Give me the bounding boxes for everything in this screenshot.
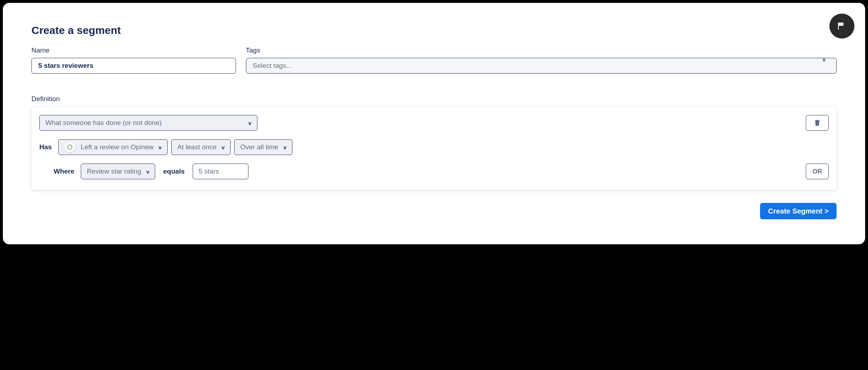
trash-icon	[813, 119, 821, 127]
chevron-down-icon: v	[823, 57, 825, 62]
definition-panel: What someone has done (or not done) v Ha…	[31, 107, 837, 190]
timeframe-value: Over all time	[240, 143, 278, 151]
operator-label: equals	[163, 168, 184, 175]
create-segment-button[interactable]: Create Segment >	[760, 203, 837, 219]
timeframe-select[interactable]: Over all time v	[234, 139, 292, 155]
name-label: Name	[31, 46, 236, 54]
chevron-down-icon: v	[159, 144, 162, 150]
segment-editor-window: Create a segment Name Tags Select tags..…	[3, 3, 865, 244]
condition-type-select[interactable]: What someone has done (or not done) v	[39, 115, 257, 131]
or-button[interactable]: OR	[806, 164, 829, 179]
chevron-down-icon: v	[146, 169, 149, 175]
create-segment-label: Create Segment >	[768, 207, 829, 215]
chevron-down-icon: v	[248, 120, 251, 126]
has-label: Has	[39, 143, 52, 151]
chevron-down-icon: v	[283, 144, 286, 150]
definition-label: Definition	[31, 95, 837, 103]
property-select[interactable]: Review star rating v	[81, 164, 155, 179]
action-value: Left a review on Opinew	[81, 143, 154, 151]
frequency-value: At least once	[177, 143, 217, 151]
tags-label: Tags	[246, 46, 837, 54]
frequency-select[interactable]: At least once v	[171, 139, 231, 155]
help-floating-button[interactable]	[829, 14, 854, 39]
where-label: Where	[54, 168, 74, 175]
tags-select[interactable]: Select tags... v	[246, 58, 837, 74]
segment-name-input[interactable]	[31, 58, 236, 74]
page-title: Create a segment	[31, 24, 837, 36]
opinew-icon	[64, 142, 75, 152]
chevron-down-icon: v	[222, 144, 225, 150]
comparison-value-input[interactable]	[193, 164, 248, 179]
condition-type-value: What someone has done (or not done)	[45, 119, 162, 127]
action-select[interactable]: Left a review on Opinew v	[58, 139, 168, 155]
delete-condition-button[interactable]	[806, 115, 829, 131]
flag-icon	[837, 21, 847, 31]
property-value: Review star rating	[87, 168, 141, 175]
or-label: OR	[813, 168, 822, 175]
tags-placeholder: Select tags...	[253, 62, 292, 70]
